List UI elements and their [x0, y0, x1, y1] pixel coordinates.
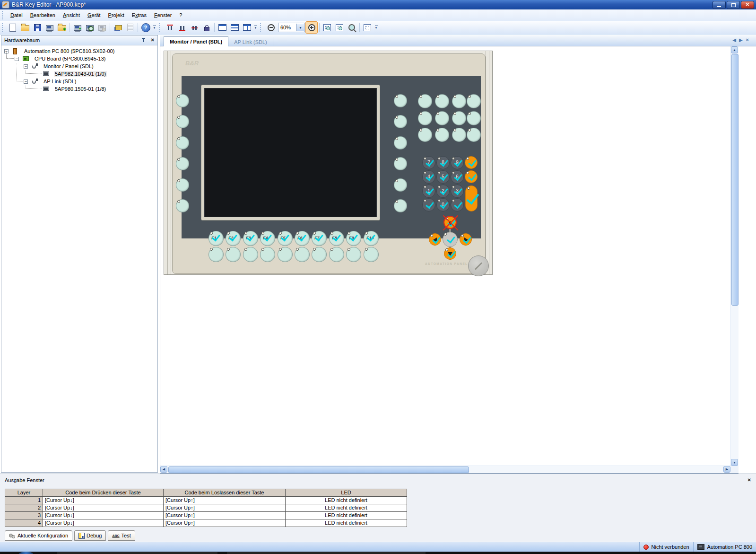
fkey-f9[interactable]: F9	[346, 231, 361, 246]
backspace-key[interactable]	[465, 170, 478, 183]
softkey-bottom-4[interactable]	[260, 247, 275, 262]
press-code-cell[interactable]: [Cursor Up↓]	[43, 512, 164, 519]
led-cell[interactable]: LED nicht definiert	[286, 504, 407, 512]
softkey-bottom-5[interactable]	[278, 247, 293, 262]
gridkey-r1c2[interactable]	[435, 94, 449, 108]
tab-aktuelle-konfiguration[interactable]: Aktuelle Konfiguration	[5, 530, 72, 541]
softkey-right-6[interactable]	[394, 199, 407, 212]
gridkey-r2c2[interactable]	[435, 111, 449, 125]
gridkey-r3c1[interactable]	[418, 128, 432, 142]
press-code-cell[interactable]: [Cursor Up↓]	[43, 504, 164, 512]
softkey-right-1[interactable]	[394, 94, 407, 107]
vertical-scroll-thumb[interactable]	[731, 54, 739, 306]
tree-collapse-icon[interactable]: −	[24, 64, 28, 69]
softkey-bottom-10[interactable]	[364, 247, 379, 262]
fkey-f7[interactable]: F7	[312, 231, 327, 246]
cursor-left-key[interactable]	[429, 233, 441, 246]
release-code-cell[interactable]: [Cursor Up↑]	[164, 497, 286, 504]
scroll-right-button[interactable]: ▶	[723, 466, 730, 473]
open-file-button[interactable]	[19, 21, 31, 34]
softkey-bottom-7[interactable]	[312, 247, 327, 262]
tree-node-cpu-board[interactable]: − CPU Board (5PC800.B945-13)	[1, 55, 157, 62]
numkey-6[interactable]: 6	[451, 170, 464, 184]
release-code-cell[interactable]: [Cursor Up↑]	[164, 512, 286, 519]
zoom-out-button[interactable]	[265, 21, 277, 34]
scroll-down-button[interactable]: ▼	[731, 459, 738, 466]
window-split-horizontal-button[interactable]	[228, 21, 241, 34]
menu-fenster[interactable]: Fenster	[150, 11, 175, 19]
fkey-f2[interactable]: F2	[226, 231, 241, 246]
menu-bearbeiten[interactable]: Bearbeiten	[26, 11, 59, 19]
tab-debug[interactable]: Debug	[74, 530, 106, 541]
gridkey-r1c4[interactable]	[467, 94, 481, 108]
scroll-up-button[interactable]: ▲	[731, 46, 738, 53]
esc-key[interactable]	[465, 156, 478, 169]
toolbar-overflow-chevron[interactable]: ▼	[253, 22, 258, 33]
tree-node-automation-pc[interactable]: − Automation PC 800 (5PC810.SX02-00)	[1, 47, 157, 55]
gridkey-r2c3[interactable]	[452, 111, 466, 125]
fit-window-button[interactable]	[361, 21, 374, 34]
maximize-button[interactable]	[727, 1, 740, 9]
tab-test[interactable]: ABC Test	[108, 530, 135, 541]
numkey-0[interactable]: 0	[436, 198, 450, 211]
enter-key[interactable]	[465, 185, 478, 211]
horizontal-scrollbar[interactable]: ◀ ▶	[160, 466, 730, 473]
fkey-f8[interactable]: F8	[329, 231, 344, 246]
zoom-level-combo[interactable]: 60% ▼	[278, 23, 304, 32]
cursor-center-key[interactable]	[443, 232, 458, 247]
key-switch-knob[interactable]	[468, 255, 489, 276]
numkey-8[interactable]: 8	[436, 156, 450, 169]
numkey-5[interactable]: 5	[436, 170, 450, 184]
tree-collapse-icon[interactable]: −	[24, 79, 28, 84]
cursor-down-key[interactable]	[444, 247, 456, 260]
align-top-button[interactable]	[164, 21, 176, 34]
minimize-button[interactable]	[713, 1, 726, 9]
tree-node-5ap980[interactable]: 5AP980.1505-01 (1/8)	[1, 85, 157, 93]
cursor-up-key[interactable]	[444, 216, 456, 229]
numkey-1[interactable]: 1	[422, 185, 435, 198]
scroll-left-button[interactable]: ◀	[160, 466, 167, 473]
numkey-minus[interactable]	[451, 198, 464, 211]
tab-close-icon[interactable]: ✕	[746, 37, 749, 43]
output-close-button[interactable]: ✕	[747, 478, 751, 483]
softkey-bottom-9[interactable]	[346, 247, 361, 262]
transfer-button[interactable]	[43, 21, 56, 34]
softkey-left-5[interactable]	[176, 178, 189, 192]
window-split-vertical-button[interactable]	[241, 21, 253, 34]
add-hardware-button[interactable]: +	[71, 21, 84, 34]
zoom-fit-page-button[interactable]	[333, 21, 346, 34]
led-cell[interactable]: LED nicht definiert	[286, 512, 407, 519]
softkey-bottom-2[interactable]	[226, 247, 241, 262]
tab-ap-link[interactable]: AP Link (SDL)	[228, 37, 273, 46]
numkey-2[interactable]: 2	[436, 185, 450, 198]
gridkey-r3c4[interactable]	[467, 128, 481, 142]
press-code-cell[interactable]: [Cursor Up↓]	[43, 497, 164, 504]
gridkey-r1c1[interactable]	[418, 94, 432, 108]
led-cell[interactable]: LED nicht definiert	[286, 497, 407, 504]
softkey-left-1[interactable]	[176, 94, 189, 107]
menu-extras[interactable]: Extras	[128, 11, 150, 19]
gridkey-r3c3[interactable]	[452, 128, 466, 142]
tab-monitor-panel[interactable]: Monitor / Panel (SDL)	[164, 36, 228, 46]
align-middle-button[interactable]	[188, 21, 200, 34]
numkey-9[interactable]: 9	[451, 156, 464, 169]
fkey-f5[interactable]: F5	[278, 231, 293, 246]
softkey-left-3[interactable]	[176, 136, 189, 149]
horizontal-scroll-thumb[interactable]	[168, 466, 469, 473]
softkey-left-2[interactable]	[176, 115, 189, 128]
lock-layout-button[interactable]	[200, 21, 213, 34]
toolbar-overflow-chevron[interactable]: ▼	[152, 22, 157, 33]
tab-prev-icon[interactable]: ◀	[732, 37, 736, 43]
export-button[interactable]	[112, 21, 124, 34]
numkey-dot[interactable]	[422, 198, 435, 211]
fkey-f6[interactable]: F6	[295, 231, 310, 246]
release-code-cell[interactable]: [Cursor Up↑]	[164, 504, 286, 512]
close-button[interactable]: ✕	[741, 1, 754, 9]
softkey-right-5[interactable]	[394, 178, 407, 192]
tab-next-icon[interactable]: ▶	[739, 37, 743, 43]
zoom-dropdown-button[interactable]: ▼	[296, 24, 304, 31]
window-single-button[interactable]	[216, 21, 228, 34]
softkey-right-2[interactable]	[394, 115, 407, 128]
gridkey-r3c2[interactable]	[435, 128, 449, 142]
tree-node-monitor-panel[interactable]: − Monitor / Panel (SDL)	[1, 62, 157, 70]
